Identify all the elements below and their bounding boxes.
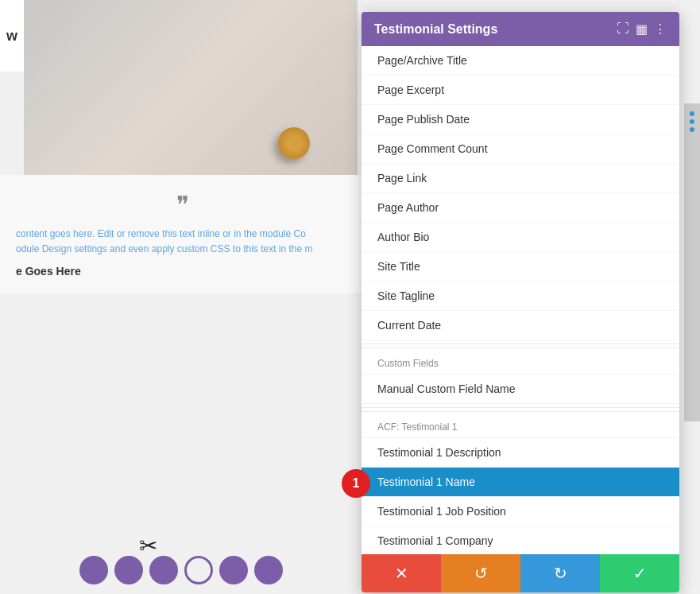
section-custom-fields: Custom Fields xyxy=(362,347,679,375)
menu-item-testimonial-1-job-position[interactable]: Testimonial 1 Job Position xyxy=(362,497,679,526)
quote-text: content goes here. Edit or remove this t… xyxy=(16,227,350,257)
dot-3 xyxy=(149,556,178,584)
dot-1 xyxy=(79,556,108,584)
dots-row xyxy=(0,546,365,594)
dot-4 xyxy=(184,556,213,584)
menu-item-testimonial-1-description[interactable]: Testimonial 1 Description xyxy=(362,438,679,468)
save-icon: ✓ xyxy=(633,564,647,583)
menu-item-page-author[interactable]: Page Author xyxy=(362,193,679,223)
menu-item-testimonial-1-name[interactable]: Testimonial 1 Name xyxy=(362,468,679,497)
bottom-toolbar: ✕ ↺ ↻ ✓ xyxy=(362,554,679,592)
strip-dot-2 xyxy=(690,119,694,124)
fullscreen-icon[interactable]: ⛶ xyxy=(617,21,629,37)
menu-item-page-excerpt[interactable]: Page Excerpt xyxy=(362,76,679,105)
quote-area: ❞ content goes here. Edit or remove this… xyxy=(0,175,365,293)
dot-5 xyxy=(219,556,248,584)
menu-item-testimonial-1-company[interactable]: Testimonial 1 Company xyxy=(362,526,679,554)
menu-item-page-archive-title[interactable]: Page/Archive Title xyxy=(362,46,679,76)
menu-item-page-link[interactable]: Page Link xyxy=(362,164,679,193)
header-image xyxy=(24,0,358,175)
undo-icon: ↺ xyxy=(474,564,488,583)
cancel-button[interactable]: ✕ xyxy=(362,554,441,592)
menu-item-page-comment-count[interactable]: Page Comment Count xyxy=(362,134,679,164)
strip-dot-1 xyxy=(690,111,694,116)
menu-item-page-publish-date[interactable]: Page Publish Date xyxy=(362,105,679,134)
save-button[interactable]: ✓ xyxy=(600,554,679,592)
dropdown-menu: Page/Archive Title Page Excerpt Page Pub… xyxy=(362,46,679,554)
dot-6 xyxy=(254,556,283,584)
strip-dot-3 xyxy=(690,127,694,132)
panel-header-icons: ⛶ ▦ ⋮ xyxy=(617,21,667,37)
step-badge: 1 xyxy=(342,469,370,498)
menu-item-author-bio[interactable]: Author Bio xyxy=(362,223,679,252)
undo-button[interactable]: ↺ xyxy=(441,554,520,592)
menu-item-site-tagline[interactable]: Site Tagline xyxy=(362,281,679,311)
redo-icon: ↻ xyxy=(554,564,567,583)
divider-1 xyxy=(362,344,679,344)
menu-item-manual-custom-field[interactable]: Manual Custom Field Name xyxy=(362,375,679,404)
grid-icon[interactable]: ▦ xyxy=(636,21,648,37)
menu-item-site-title[interactable]: Site Title xyxy=(362,252,679,281)
more-vertical-icon[interactable]: ⋮ xyxy=(654,21,667,37)
w-label: w xyxy=(0,0,24,72)
section-acf-testimonial-1: ACF: Testimonial 1 xyxy=(362,411,679,438)
testimonial-settings-panel: Testimonial Settings ⛶ ▦ ⋮ Page/Archive … xyxy=(362,12,679,592)
right-sidebar-strip xyxy=(684,103,700,421)
panel-title: Testimonial Settings xyxy=(374,22,497,37)
menu-item-current-date[interactable]: Current Date xyxy=(362,311,679,340)
dot-2 xyxy=(114,556,143,584)
name-label: e Goes Here xyxy=(16,265,350,278)
divider-2 xyxy=(362,407,679,408)
quote-icon: ❞ xyxy=(16,191,350,219)
panel-header: Testimonial Settings ⛶ ▦ ⋮ xyxy=(362,12,679,46)
redo-button[interactable]: ↻ xyxy=(520,554,600,592)
cancel-icon: ✕ xyxy=(395,564,408,583)
